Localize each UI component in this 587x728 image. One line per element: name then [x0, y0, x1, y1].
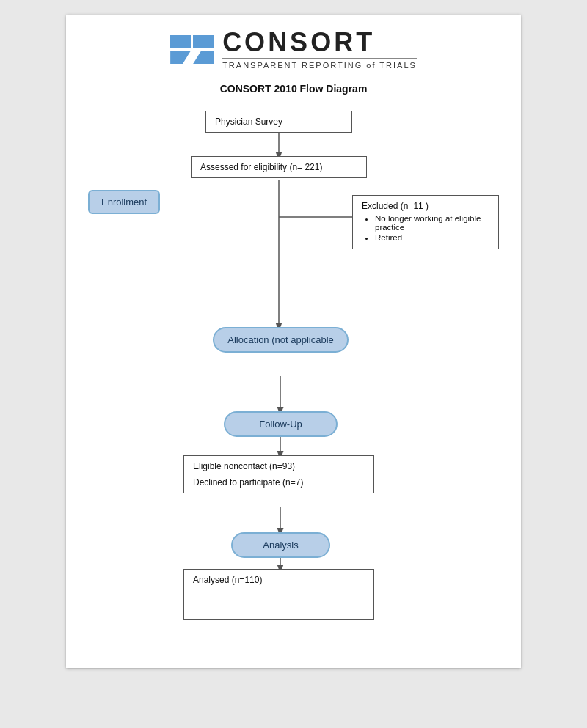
consort-title-text: CONSORT — [222, 29, 417, 56]
analysis-box: Analysis — [231, 532, 330, 558]
analysed-box: Analysed (n=110) — [183, 569, 374, 620]
eligible-noncontact-text: Eligible noncontact (n=93) — [193, 461, 365, 471]
consort-text: CONSORT TRANSPARENT REPORTING of TRIALS — [222, 29, 417, 70]
page: CONSORT TRANSPARENT REPORTING of TRIALS … — [66, 15, 521, 668]
allocation-box: Allocation (not applicable — [213, 327, 349, 353]
eligible-box: Eligible noncontact (n=93) Declined to p… — [183, 455, 374, 493]
followup-box: Follow-Up — [224, 411, 338, 437]
consort-logo — [170, 35, 214, 64]
excluded-box: Excluded (n=11 ) No longer working at el… — [352, 195, 499, 249]
excluded-item-1: No longer working at eligible practice — [375, 214, 489, 232]
assessed-eligibility-box: Assessed for eligibility (n= 221) — [191, 156, 367, 178]
physician-survey-box: Physician Survey — [205, 111, 352, 133]
consort-subtitle-text: TRANSPARENT REPORTING of TRIALS — [222, 58, 417, 70]
declined-text: Declined to participate (n=7) — [193, 477, 365, 488]
excluded-item-2: Retired — [375, 233, 489, 242]
excluded-title: Excluded (n=11 ) — [362, 201, 489, 211]
header: CONSORT TRANSPARENT REPORTING of TRIALS — [88, 29, 499, 70]
logo-blue-sq2 — [193, 35, 214, 48]
diagram-title: CONSORT 2010 Flow Diagram — [88, 83, 499, 95]
enrollment-label: Enrollment — [88, 190, 160, 214]
logo-shape2 — [193, 51, 214, 64]
flow-diagram: Enrollment Physician Survey Assessed for… — [88, 111, 499, 639]
logo-shape1 — [170, 51, 191, 64]
logo-blue-sq1 — [170, 35, 191, 48]
analysed-text: Analysed (n=110) — [193, 575, 365, 585]
excluded-list: No longer working at eligible practice R… — [362, 214, 489, 242]
